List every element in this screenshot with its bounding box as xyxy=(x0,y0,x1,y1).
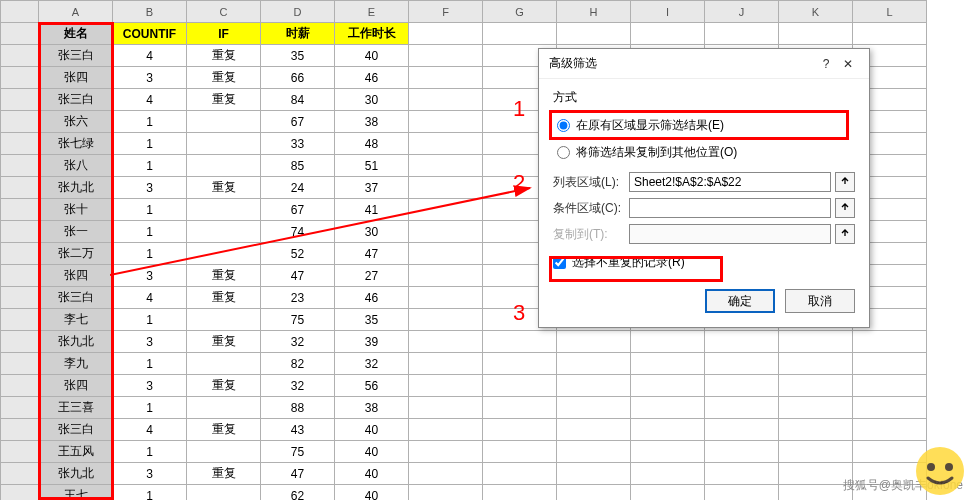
cell[interactable]: 37 xyxy=(335,177,409,199)
cell[interactable]: 40 xyxy=(335,485,409,501)
cell[interactable] xyxy=(705,331,779,353)
cell[interactable] xyxy=(409,221,483,243)
cell[interactable] xyxy=(187,133,261,155)
cell[interactable]: 66 xyxy=(261,67,335,89)
cell[interactable]: 40 xyxy=(335,441,409,463)
row-header[interactable] xyxy=(1,485,39,501)
cell[interactable] xyxy=(779,331,853,353)
cell[interactable]: COUNTIF xyxy=(113,23,187,45)
cell[interactable] xyxy=(409,133,483,155)
cell[interactable]: 33 xyxy=(261,133,335,155)
cell[interactable]: 重复 xyxy=(187,287,261,309)
cell[interactable]: 1 xyxy=(113,485,187,501)
row-header[interactable] xyxy=(1,155,39,177)
cell[interactable] xyxy=(187,199,261,221)
unique-records-checkbox[interactable] xyxy=(553,256,566,269)
cell[interactable]: 张九北 xyxy=(39,177,113,199)
row-header[interactable] xyxy=(1,265,39,287)
cell[interactable] xyxy=(409,331,483,353)
cell[interactable]: 张三白 xyxy=(39,45,113,67)
cell[interactable]: 张九北 xyxy=(39,331,113,353)
cell[interactable]: IF xyxy=(187,23,261,45)
cell[interactable] xyxy=(557,463,631,485)
cell[interactable]: 48 xyxy=(335,133,409,155)
cell[interactable] xyxy=(631,397,705,419)
cell[interactable] xyxy=(705,463,779,485)
col-header-I[interactable]: I xyxy=(631,1,705,23)
row-header[interactable] xyxy=(1,331,39,353)
cell[interactable]: 46 xyxy=(335,67,409,89)
cell[interactable] xyxy=(409,243,483,265)
cell[interactable] xyxy=(705,375,779,397)
cell[interactable] xyxy=(187,441,261,463)
cell[interactable]: 82 xyxy=(261,353,335,375)
cell[interactable] xyxy=(557,441,631,463)
cell[interactable] xyxy=(853,23,927,45)
cell[interactable]: 38 xyxy=(335,397,409,419)
cell[interactable] xyxy=(557,353,631,375)
cell[interactable]: 4 xyxy=(113,45,187,67)
cell[interactable]: 84 xyxy=(261,89,335,111)
cell[interactable]: 1 xyxy=(113,221,187,243)
cell[interactable]: 67 xyxy=(261,111,335,133)
dialog-close-button[interactable]: ✕ xyxy=(837,57,859,71)
cell[interactable]: 重复 xyxy=(187,331,261,353)
cell[interactable] xyxy=(779,463,853,485)
cell[interactable]: 30 xyxy=(335,89,409,111)
cell[interactable] xyxy=(631,463,705,485)
cell[interactable]: 46 xyxy=(335,287,409,309)
cell[interactable] xyxy=(409,23,483,45)
cell[interactable]: 张一 xyxy=(39,221,113,243)
cell[interactable]: 张十 xyxy=(39,199,113,221)
cell[interactable]: 张三白 xyxy=(39,287,113,309)
cell[interactable]: 47 xyxy=(261,265,335,287)
cell[interactable]: 74 xyxy=(261,221,335,243)
cell[interactable] xyxy=(557,419,631,441)
row-header[interactable] xyxy=(1,177,39,199)
cell[interactable]: 张四 xyxy=(39,67,113,89)
cell[interactable] xyxy=(409,309,483,331)
row-header[interactable] xyxy=(1,243,39,265)
cell[interactable] xyxy=(853,397,927,419)
row-header[interactable] xyxy=(1,23,39,45)
cell[interactable]: 张三白 xyxy=(39,89,113,111)
cell[interactable]: 38 xyxy=(335,111,409,133)
cell[interactable] xyxy=(779,441,853,463)
row-header[interactable] xyxy=(1,45,39,67)
criteria-range-input[interactable] xyxy=(629,198,831,218)
cell[interactable]: 张六 xyxy=(39,111,113,133)
cell[interactable] xyxy=(187,243,261,265)
cell[interactable] xyxy=(779,375,853,397)
cell[interactable]: 3 xyxy=(113,265,187,287)
cell[interactable]: 张七绿 xyxy=(39,133,113,155)
cell[interactable]: 重复 xyxy=(187,45,261,67)
cell[interactable]: 1 xyxy=(113,111,187,133)
cell[interactable]: 23 xyxy=(261,287,335,309)
col-header-A[interactable]: A xyxy=(39,1,113,23)
cell[interactable]: 3 xyxy=(113,463,187,485)
cell[interactable] xyxy=(483,23,557,45)
cell[interactable]: 3 xyxy=(113,331,187,353)
cell[interactable] xyxy=(779,23,853,45)
cell[interactable]: 张二万 xyxy=(39,243,113,265)
cell[interactable]: 1 xyxy=(113,441,187,463)
row-header[interactable] xyxy=(1,287,39,309)
cell[interactable]: 1 xyxy=(113,199,187,221)
cell[interactable] xyxy=(187,485,261,501)
cell[interactable]: 重复 xyxy=(187,265,261,287)
cell[interactable] xyxy=(409,485,483,501)
col-header-D[interactable]: D xyxy=(261,1,335,23)
ok-button[interactable]: 确定 xyxy=(705,289,775,313)
cell[interactable] xyxy=(483,375,557,397)
cell[interactable] xyxy=(557,375,631,397)
cell[interactable] xyxy=(409,397,483,419)
cell[interactable] xyxy=(409,265,483,287)
cell[interactable]: 41 xyxy=(335,199,409,221)
cell[interactable]: 56 xyxy=(335,375,409,397)
cell[interactable]: 王七 xyxy=(39,485,113,501)
row-header[interactable] xyxy=(1,89,39,111)
cell[interactable]: 75 xyxy=(261,441,335,463)
row-header[interactable] xyxy=(1,199,39,221)
cell[interactable]: 40 xyxy=(335,45,409,67)
cell[interactable]: 40 xyxy=(335,419,409,441)
